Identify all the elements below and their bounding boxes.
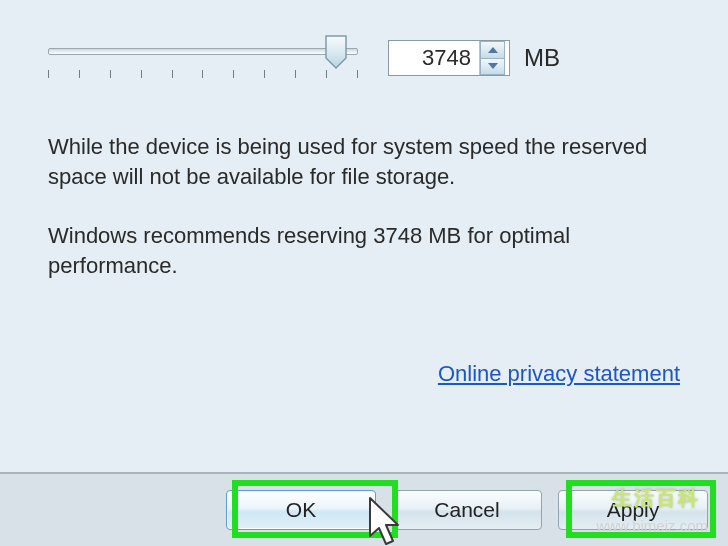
link-row: Online privacy statement (48, 361, 680, 387)
spinner-buttons (479, 41, 505, 75)
slider-ticks (48, 70, 358, 80)
dialog-button-bar: OK Cancel Apply (0, 472, 728, 546)
ok-button[interactable]: OK (226, 490, 376, 530)
spinner-up-button[interactable] (480, 41, 505, 58)
spinner-down-button[interactable] (480, 58, 505, 76)
slider-track (48, 48, 358, 55)
info-text-1: While the device is being used for syste… (48, 132, 680, 191)
unit-label: MB (524, 44, 560, 72)
reserve-slider[interactable] (48, 34, 358, 82)
chevron-down-icon (488, 63, 498, 69)
privacy-statement-link[interactable]: Online privacy statement (438, 361, 680, 386)
reserve-spinner-group: MB (388, 40, 560, 76)
reserve-size-row: MB (48, 34, 680, 82)
cancel-button[interactable]: Cancel (392, 490, 542, 530)
dialog-content: MB While the device is being used for sy… (0, 0, 728, 387)
reserve-value-input[interactable] (389, 41, 479, 75)
apply-button[interactable]: Apply (558, 490, 708, 530)
chevron-up-icon (488, 47, 498, 53)
reserve-spinner[interactable] (388, 40, 510, 76)
info-text-2: Windows recommends reserving 3748 MB for… (48, 221, 680, 280)
slider-thumb[interactable] (324, 34, 348, 70)
